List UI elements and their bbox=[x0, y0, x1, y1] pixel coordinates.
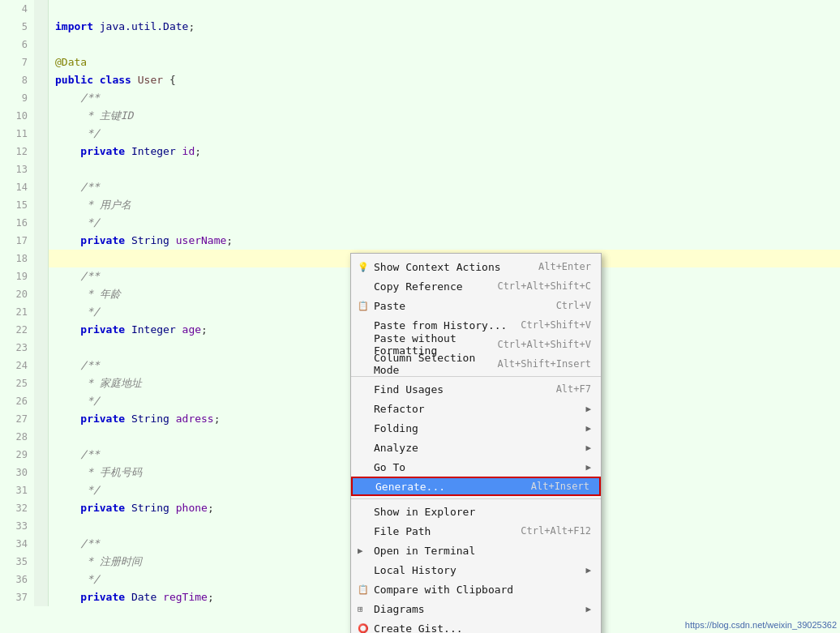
shortcut-paste: Ctrl+V bbox=[556, 300, 591, 311]
menu-item-refactor[interactable]: Refactor ▶ bbox=[351, 399, 601, 418]
code-line-7: 7 @Data bbox=[0, 53, 840, 71]
terminal-icon: ▶ bbox=[358, 545, 363, 556]
code-line-11: 11 */ bbox=[0, 125, 840, 143]
menu-item-go-to[interactable]: Go To ▶ bbox=[351, 457, 601, 477]
menu-label-create-gist: Create Gist... bbox=[374, 622, 463, 634]
shortcut-paste-without-formatting: Ctrl+Alt+Shift+V bbox=[497, 339, 591, 350]
context-menu: 💡 Show Context Actions Alt+Enter Copy Re… bbox=[350, 253, 602, 633]
menu-label-column-selection-mode: Column Selection Mode bbox=[374, 352, 489, 376]
menu-item-show-context-actions[interactable]: 💡 Show Context Actions Alt+Enter bbox=[351, 257, 601, 276]
menu-label-go-to: Go To bbox=[374, 461, 405, 473]
menu-label-analyze: Analyze bbox=[374, 442, 418, 454]
shortcut-copy-reference: Ctrl+Alt+Shift+C bbox=[497, 280, 591, 292]
gist-icon: ⭕ bbox=[358, 623, 369, 634]
code-line-16: 16 */ bbox=[0, 214, 840, 232]
arrow-go-to: ▶ bbox=[585, 462, 591, 473]
code-line-9: 9 /** bbox=[0, 89, 840, 107]
code-line-12: 12 private Integer id; bbox=[0, 143, 840, 160]
clipboard-icon: 📋 bbox=[358, 584, 369, 595]
arrow-diagrams: ▶ bbox=[585, 604, 591, 614]
menu-label-compare-with-clipboard: Compare with Clipboard bbox=[374, 584, 513, 596]
separator-2 bbox=[351, 498, 601, 499]
menu-item-paste[interactable]: 📋 Paste Ctrl+V bbox=[351, 296, 601, 315]
shortcut-find-usages: Alt+F7 bbox=[556, 383, 591, 395]
menu-label-show-in-explorer: Show in Explorer bbox=[374, 506, 475, 518]
code-line-4: 4 bbox=[0, 0, 840, 18]
menu-item-analyze[interactable]: Analyze ▶ bbox=[351, 438, 601, 457]
watermark: https://blog.csdn.net/weixin_39025362 bbox=[685, 620, 837, 630]
code-line-6: 6 bbox=[0, 36, 840, 53]
diagrams-icon: ⊞ bbox=[358, 604, 363, 614]
menu-item-compare-with-clipboard[interactable]: 📋 Compare with Clipboard bbox=[351, 580, 601, 599]
shortcut-generate: Alt+Insert bbox=[531, 481, 589, 492]
menu-label-folding: Folding bbox=[374, 422, 418, 434]
menu-item-copy-reference[interactable]: Copy Reference Ctrl+Alt+Shift+C bbox=[351, 276, 601, 296]
menu-item-generate[interactable]: Generate... Alt+Insert bbox=[351, 477, 601, 496]
code-line-14: 14 /** bbox=[0, 178, 840, 196]
arrow-folding: ▶ bbox=[585, 423, 591, 434]
menu-item-find-usages[interactable]: Find Usages Alt+F7 bbox=[351, 379, 601, 399]
separator-1 bbox=[351, 376, 601, 377]
menu-label-file-path: File Path bbox=[374, 525, 431, 537]
editor-area: 4 5 import java.util.Date; 6 7 @Data 8 p… bbox=[0, 0, 840, 633]
code-line-13: 13 bbox=[0, 160, 840, 178]
menu-label-generate: Generate... bbox=[375, 481, 445, 493]
menu-item-column-selection-mode[interactable]: Column Selection Mode Alt+Shift+Insert bbox=[351, 354, 601, 374]
menu-label-paste: Paste bbox=[374, 300, 405, 312]
shortcut-show-context-actions: Alt+Enter bbox=[538, 261, 591, 272]
menu-label-local-history: Local History bbox=[374, 564, 456, 576]
code-line-8: 8 public class User { bbox=[0, 71, 840, 89]
menu-label-diagrams: Diagrams bbox=[374, 603, 425, 615]
code-line-5: 5 import java.util.Date; bbox=[0, 18, 840, 36]
code-line-17: 17 private String userName; bbox=[0, 232, 840, 250]
menu-item-local-history[interactable]: Local History ▶ bbox=[351, 560, 601, 580]
shortcut-file-path: Ctrl+Alt+F12 bbox=[521, 525, 591, 537]
lightbulb-icon: 💡 bbox=[358, 262, 369, 272]
code-line-10: 10 * 主键ID bbox=[0, 107, 840, 125]
shortcut-paste-from-history: Ctrl+Shift+V bbox=[521, 319, 591, 331]
menu-label-find-usages: Find Usages bbox=[374, 383, 444, 396]
arrow-refactor: ▶ bbox=[585, 404, 591, 414]
menu-label-show-context-actions: Show Context Actions bbox=[374, 261, 501, 273]
paste-icon: 📋 bbox=[358, 301, 369, 311]
shortcut-column-selection-mode: Alt+Shift+Insert bbox=[497, 358, 591, 370]
arrow-analyze: ▶ bbox=[585, 443, 591, 453]
menu-item-diagrams[interactable]: ⊞ Diagrams ▶ bbox=[351, 599, 601, 618]
menu-item-open-in-terminal[interactable]: ▶ Open in Terminal bbox=[351, 541, 601, 560]
code-line-15: 15 * 用户名 bbox=[0, 196, 840, 214]
menu-item-create-gist[interactable]: ⭕ Create Gist... bbox=[351, 618, 601, 633]
menu-item-folding[interactable]: Folding ▶ bbox=[351, 418, 601, 438]
menu-label-refactor: Refactor bbox=[374, 403, 425, 415]
menu-label-open-in-terminal: Open in Terminal bbox=[374, 545, 475, 557]
arrow-local-history: ▶ bbox=[585, 565, 591, 575]
menu-item-file-path[interactable]: File Path Ctrl+Alt+F12 bbox=[351, 521, 601, 541]
menu-label-paste-from-history: Paste from History... bbox=[374, 319, 507, 331]
menu-label-copy-reference: Copy Reference bbox=[374, 280, 463, 293]
menu-item-show-in-explorer[interactable]: Show in Explorer bbox=[351, 502, 601, 521]
